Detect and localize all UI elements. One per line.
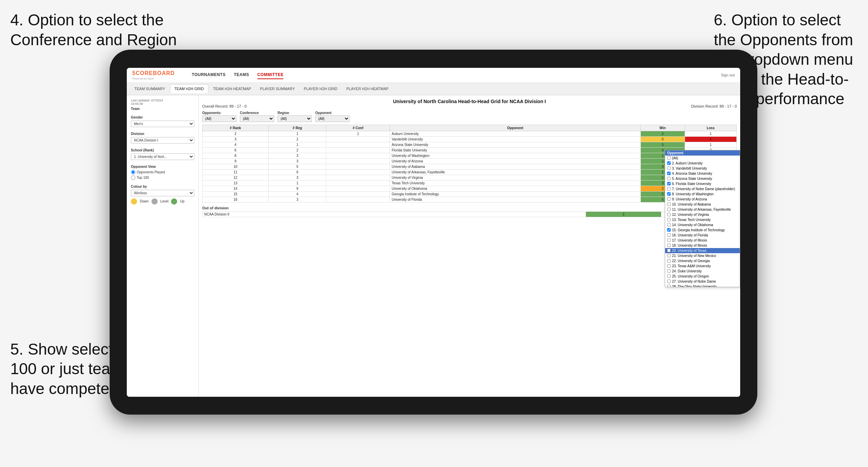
grid-area: University of North Carolina Head-to-Hea… xyxy=(199,95,740,397)
cell-opponent: Texas Tech University xyxy=(390,180,641,186)
overall-record: Overall Record: 89 - 17 - 0 xyxy=(202,104,247,108)
grid-record-row: Overall Record: 89 - 17 - 0 Division Rec… xyxy=(202,104,737,108)
logo-text: 5COREBOARD xyxy=(132,70,175,76)
dropdown-item[interactable]: 11. University of Arkansas, Fayetteville xyxy=(665,207,740,212)
dropdown-item[interactable]: 13. Texas Tech University xyxy=(665,217,740,222)
gender-select[interactable]: Men's xyxy=(131,121,194,127)
dropdown-item[interactable]: 20. University of Texas xyxy=(665,248,740,253)
tab-player-h2h-grid[interactable]: PLAYER H2H GRID xyxy=(300,85,342,93)
dropdown-item[interactable]: 3. Vanderbilt University xyxy=(665,166,740,171)
colour-section: Colour by Win/loss Down Level Up xyxy=(131,185,194,205)
cell-reg: 9 xyxy=(268,186,326,191)
col-reg: # Reg xyxy=(268,125,326,131)
dropdown-item[interactable]: 2. Auburn University xyxy=(665,161,740,166)
col-rank: # Rank xyxy=(203,125,269,131)
region-select[interactable]: (All) xyxy=(278,115,312,122)
opponent-dropdown[interactable]: Opponent (All) 2. Auburn University 3. V… xyxy=(665,150,740,287)
dropdown-item[interactable]: 14. University of Oklahoma xyxy=(665,222,740,228)
table-row: 15 4 Georgia Institute of Technology 5 0 xyxy=(203,191,737,197)
dropdown-item[interactable]: 12. University of Virginia xyxy=(665,212,740,217)
dropdown-item[interactable]: 9. University of Arizona xyxy=(665,197,740,202)
table-row: 12 3 University of Virginia 1 0 xyxy=(203,175,737,180)
cell-conf xyxy=(326,136,390,142)
table-row: 11 6 University of Arkansas, Fayettevill… xyxy=(203,169,737,175)
dropdown-item[interactable]: 17. University of Illinois xyxy=(665,238,740,243)
dropdown-item[interactable]: 18. University of Illinois xyxy=(665,243,740,248)
cell-opponent: University of Arkansas, Fayetteville xyxy=(390,169,641,175)
dropdown-item[interactable]: 28. The Ohio State University xyxy=(665,284,740,287)
table-row: 6 2 Florida State University 4 2 xyxy=(203,147,737,153)
dropdown-item[interactable]: 16. University of Florida xyxy=(665,233,740,238)
cell-opponent: Florida State University xyxy=(390,147,641,153)
grid-header: University of North Carolina Head-to-Hea… xyxy=(202,99,737,108)
dropdown-item[interactable]: 27. University of Notre Dame xyxy=(665,279,740,284)
top-100-radio[interactable]: Top 100 xyxy=(131,175,194,180)
cell-opponent: University of Florida xyxy=(390,197,641,202)
cell-opponent: Auburn University xyxy=(390,131,641,136)
tab-team-h2h-heatmap[interactable]: TEAM H2H HEATMAP xyxy=(209,85,255,93)
opponent-select[interactable]: (All) xyxy=(315,115,350,122)
cell-conf xyxy=(326,164,390,169)
dropdown-item[interactable]: 15. Georgia Institute of Technology xyxy=(665,228,740,233)
dropdown-item[interactable]: (All) xyxy=(665,156,740,161)
opponent-filter-group: Opponent (All) xyxy=(315,111,350,122)
opponent-view-label: Opponent View xyxy=(131,165,194,169)
dropdown-item[interactable]: 22. University of Georgia xyxy=(665,258,740,263)
dropdown-item[interactable]: 8. University of Washington xyxy=(665,192,740,197)
opponents-select[interactable]: (All) xyxy=(202,115,236,122)
table-row: 16 3 University of Florida 5 1 xyxy=(203,197,737,202)
team-section: Team xyxy=(131,107,194,111)
dropdown-item[interactable]: 6. Florida State University xyxy=(665,181,740,186)
dropdown-item[interactable]: 23. Texas A&M University xyxy=(665,263,740,269)
out-div-row: NCAA Division II 1 0 xyxy=(203,211,737,217)
dropdown-item[interactable]: 4. Arizona State University xyxy=(665,171,740,176)
division-select[interactable]: NCAA Division I xyxy=(131,137,194,144)
col-conf: # Conf xyxy=(326,125,390,131)
table-row: 10 5 University of Alabama 3 0 xyxy=(203,164,737,169)
table-row: 2 1 1 Auburn University 2 1 xyxy=(203,131,737,136)
cell-reg: 5 xyxy=(268,164,326,169)
out-of-division-table: NCAA Division II 1 0 xyxy=(202,211,737,217)
cell-rank: 4 xyxy=(203,142,269,147)
tab-player-h2h-heatmap[interactable]: PLAYER H2H HEATMAP xyxy=(342,85,393,93)
table-row: 3 2 Vanderbilt University 0 4 xyxy=(203,136,737,142)
cell-reg: 6 xyxy=(268,169,326,175)
nav-committee[interactable]: COMMITTEE xyxy=(257,71,284,79)
filter-row: Opponents: (All) Conference (All) Region xyxy=(202,111,737,122)
colour-label: Colour by xyxy=(131,185,194,188)
sign-out[interactable]: Sign out xyxy=(721,73,735,77)
out-of-division: Out of division NCAA Division II 1 0 xyxy=(202,206,737,217)
cell-conf xyxy=(326,158,390,164)
cell-win: 2 xyxy=(640,131,685,136)
dropdown-item[interactable]: 7. University of Notre Dame (placeholder… xyxy=(665,186,740,192)
school-select[interactable]: 1. University of Nort... xyxy=(131,153,194,160)
colour-select[interactable]: Win/loss xyxy=(131,190,194,196)
opponents-played-radio[interactable]: Opponents Played xyxy=(131,170,194,174)
tab-player-summary[interactable]: PLAYER SUMMARY xyxy=(256,85,299,93)
cell-rank: 8 xyxy=(203,153,269,158)
dropdown-item[interactable]: 25. University of Oregon xyxy=(665,274,740,279)
dropdown-item[interactable]: 10. University of Alabama xyxy=(665,202,740,207)
cell-conf xyxy=(326,175,390,180)
tab-team-h2h-grid[interactable]: TEAM H2H GRID xyxy=(170,84,208,93)
cell-reg: 1 xyxy=(268,131,326,136)
conference-select[interactable]: (All) xyxy=(240,115,274,122)
legend-row: Down Level Up xyxy=(131,198,194,205)
out-div-win: 1 xyxy=(586,211,661,217)
dropdown-item[interactable]: 21. University of New Mexico xyxy=(665,253,740,258)
cell-conf xyxy=(326,153,390,158)
dropdown-item[interactable]: 5. Arizona State University xyxy=(665,176,740,181)
nav-teams[interactable]: TEAMS xyxy=(234,71,249,79)
opponent-filter-label: Opponent xyxy=(315,111,350,115)
out-div-name: NCAA Division II xyxy=(203,211,586,217)
cell-win: 5 xyxy=(640,142,685,147)
cell-reg: 2 xyxy=(268,136,326,142)
legend-level-label: Level xyxy=(160,199,169,203)
nav-tournaments[interactable]: TOURNAMENTS xyxy=(192,71,226,79)
dropdown-item[interactable]: 24. Duke University xyxy=(665,269,740,274)
cell-opponent: University of Alabama xyxy=(390,164,641,169)
cell-loss: 4 xyxy=(685,136,736,142)
table-row: 4 1 Arizona State University 5 1 xyxy=(203,142,737,147)
cell-rank: 11 xyxy=(203,169,269,175)
tab-team-summary[interactable]: TEAM SUMMARY xyxy=(130,85,169,93)
